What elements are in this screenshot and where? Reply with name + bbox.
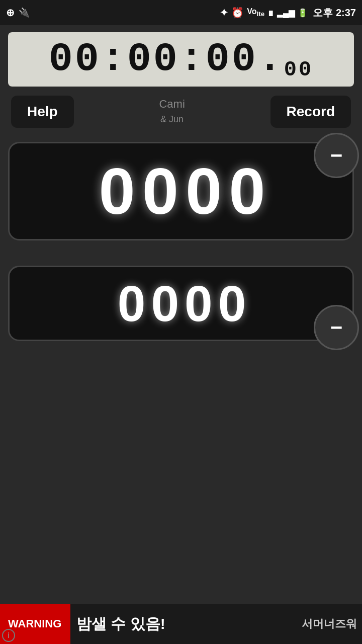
alarm-icon: ⏰ (231, 7, 244, 19)
counter1-wrapper: 0 0 0 0 − (8, 142, 354, 240)
wifi-icon: ∎ (267, 7, 274, 19)
bluetooth-icon: ✦ (220, 7, 228, 19)
brand-name1: Cami (159, 98, 185, 110)
status-icons-left: ⊕ 🔌 (6, 7, 30, 19)
counter2-digit-1: 0 (151, 278, 177, 329)
ad-banner[interactable]: WARNING 밤샐 수 있음! 서머너즈워 i (0, 604, 362, 644)
brand-name2: & Jun (160, 114, 184, 124)
u-icon: ⊕ (6, 7, 15, 19)
timer-ms: 00 (284, 58, 313, 82)
counter2-minus-icon: − (330, 315, 343, 340)
volte-text: Volte (247, 7, 264, 18)
counter2-wrapper: 0 0 0 0 − (8, 266, 354, 341)
counter1-digit-2: 0 (186, 158, 220, 224)
timer-display: 00:00:00.00 (8, 32, 354, 87)
counter1-display[interactable]: 0 0 0 0 (8, 142, 354, 240)
counter1-digit-1: 0 (142, 158, 176, 224)
record-button[interactable]: Record (270, 96, 351, 128)
ad-game-name: 서머너즈워 (297, 616, 362, 631)
info-icon[interactable]: i (2, 629, 15, 642)
counter2-display[interactable]: 0 0 0 0 (8, 266, 354, 341)
toolbar: Help Cami & Jun Record (0, 87, 362, 128)
timer-main: 00:00:00 (49, 36, 258, 82)
signal-icon: ▂▄▆ (277, 8, 295, 18)
battery-icon: 🔋 (298, 8, 308, 18)
counter1-minus-icon: − (330, 143, 343, 168)
timer-digits: 00:00:00.00 (18, 37, 344, 82)
counter2-digit-3: 0 (218, 278, 245, 329)
counter2-minus-button[interactable]: − (314, 305, 359, 350)
status-time: 오후 2:37 (313, 6, 356, 20)
status-icons-right: ✦ ⏰ Volte ∎ ▂▄▆ 🔋 오후 2:37 (220, 6, 356, 20)
brand-label: Cami & Jun (159, 97, 185, 126)
usb-icon: 🔌 (19, 7, 30, 18)
ad-main-text: 밤샐 수 있음! (70, 614, 297, 634)
counter1-minus-button[interactable]: − (314, 133, 359, 178)
counter1-digit-0: 0 (99, 158, 133, 224)
counter1-digit-3: 0 (229, 158, 263, 224)
counter2-digit-2: 0 (185, 278, 211, 329)
status-bar: ⊕ 🔌 ✦ ⏰ Volte ∎ ▂▄▆ 🔋 오후 2:37 (0, 0, 362, 25)
help-button[interactable]: Help (11, 96, 74, 128)
counter2-digit-0: 0 (118, 278, 144, 329)
